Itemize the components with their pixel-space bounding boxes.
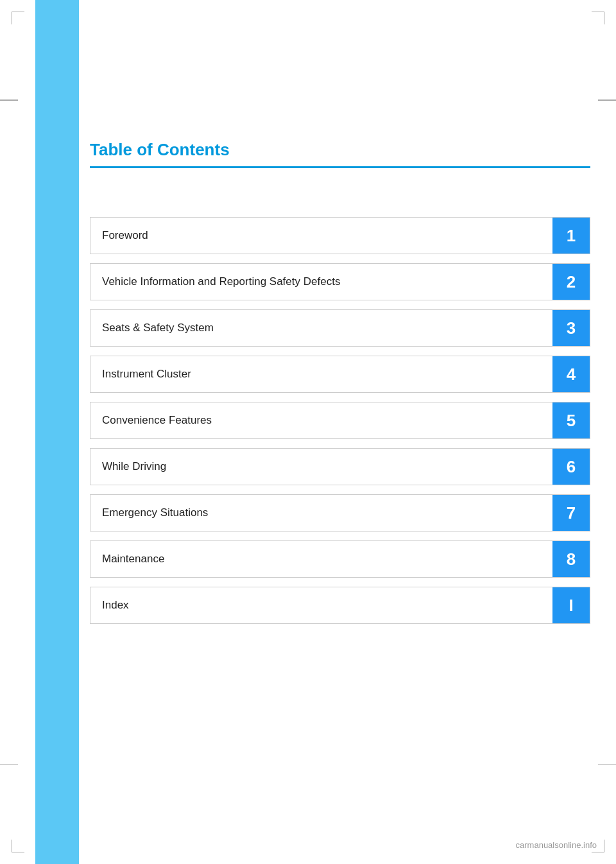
toc-row[interactable]: Instrument Cluster4 [90,356,590,393]
tick-left-bottom [0,764,18,765]
toc-label: Instrument Cluster [90,356,552,392]
toc-row[interactable]: IndexI [90,587,590,624]
toc-number: 7 [552,495,590,531]
toc-label: Foreword [90,218,552,254]
toc-label: While Driving [90,449,552,485]
toc-number: 5 [552,402,590,438]
toc-row[interactable]: Foreword1 [90,217,590,254]
toc-row[interactable]: Vehicle Information and Reporting Safety… [90,263,590,300]
page-title: Table of Contents [90,140,590,160]
toc-row[interactable]: While Driving6 [90,448,590,485]
toc-number: 6 [552,449,590,485]
toc-number: 4 [552,356,590,392]
sidebar-strip [35,0,79,864]
toc-row[interactable]: Convenience Features5 [90,402,590,439]
toc-row[interactable]: Emergency Situations7 [90,494,590,531]
toc-number: 1 [552,218,590,254]
toc-label: Index [90,587,552,623]
toc-label: Vehicle Information and Reporting Safety… [90,264,552,300]
title-section: Table of Contents [90,140,590,168]
tick-left-top [0,99,18,101]
watermark: carmanualsonline.info [516,840,597,850]
corner-mark-top-left [12,12,24,24]
toc-entries: Foreword1Vehicle Information and Reporti… [90,217,590,633]
main-content: Table of Contents Foreword1Vehicle Infor… [90,0,590,864]
toc-number: I [552,587,590,623]
toc-number: 2 [552,264,590,300]
toc-label: Seats & Safety System [90,310,552,346]
toc-label: Emergency Situations [90,495,552,531]
tick-right-bottom [598,764,616,765]
toc-row[interactable]: Maintenance8 [90,540,590,578]
tick-right-top [598,99,616,101]
toc-number: 3 [552,310,590,346]
toc-number: 8 [552,541,590,577]
toc-label: Convenience Features [90,402,552,438]
corner-mark-bottom-left [12,840,24,852]
title-underline [90,166,590,168]
toc-label: Maintenance [90,541,552,577]
toc-row[interactable]: Seats & Safety System3 [90,309,590,347]
corner-mark-top-right [592,12,604,24]
